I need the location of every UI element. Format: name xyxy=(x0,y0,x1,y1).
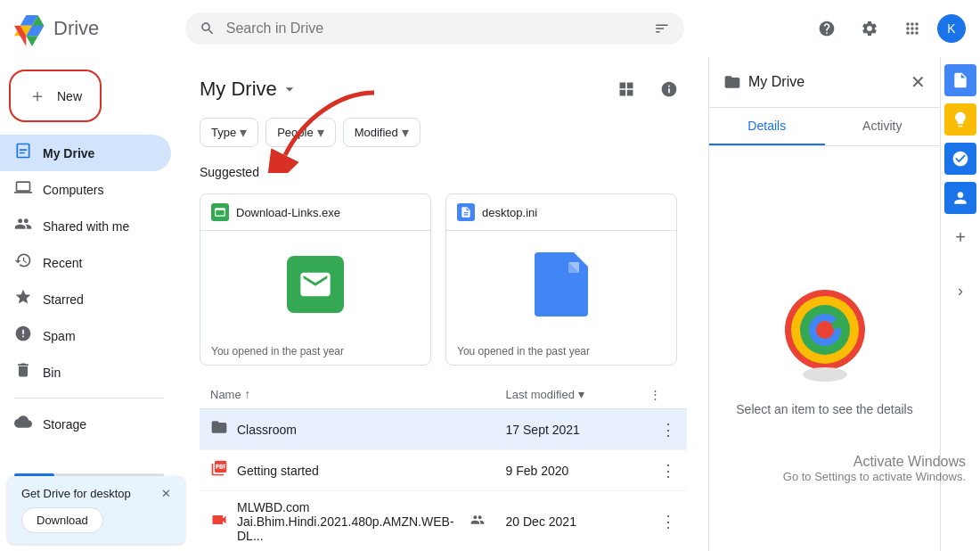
chevron-icon: ▾ xyxy=(240,124,247,141)
right-panel-title: My Drive xyxy=(748,74,911,90)
download-button[interactable]: Download xyxy=(21,507,103,533)
file-name-cell: Classroom xyxy=(200,409,495,450)
panel-illustration xyxy=(772,281,878,388)
side-icon-docs[interactable] xyxy=(944,64,976,96)
card-footer-ini: You opened in the past year xyxy=(446,338,676,365)
modified-filter-chip[interactable]: Modified ▾ xyxy=(343,118,421,147)
sidebar-item-label: Spam xyxy=(43,329,76,343)
side-icon-contacts[interactable] xyxy=(944,182,976,214)
right-panel: My Drive ✕ Details Activity xyxy=(708,57,940,551)
content-header: My Drive xyxy=(178,57,708,114)
sidebar-item-label: Starred xyxy=(43,292,84,307)
search-bar[interactable] xyxy=(185,12,684,45)
more-options-header-icon[interactable]: ⋮ xyxy=(649,388,661,401)
file-name-wrapper: MLWBD.com Jai.Bhim.Hindi.2021.480p.AMZN.… xyxy=(210,500,485,543)
side-icon-keep[interactable] xyxy=(944,103,976,136)
exe-file-name: Download-Links.exe xyxy=(236,206,340,219)
sidebar-item-label: My Drive xyxy=(43,146,94,160)
drive-title[interactable]: My Drive xyxy=(200,78,298,101)
content-area: My Drive Type ▾ People ▾ M xyxy=(178,57,708,551)
suggested-card-exe[interactable]: Download-Links.exe You opened in the pas… xyxy=(200,193,431,366)
new-button[interactable]: ＋ New xyxy=(11,71,100,120)
file-name-cell: MLWBD.com Jai.Bhim.Hindi.2021.480p.AMZN.… xyxy=(200,491,495,552)
actions-cell: ⋮ xyxy=(639,491,687,552)
sidebar-item-my-drive[interactable]: My Drive xyxy=(0,135,171,171)
bin-icon xyxy=(14,361,32,383)
name-col-header[interactable]: Name ↑ xyxy=(200,380,495,409)
ini-file-icon xyxy=(457,203,475,221)
file-name-wrapper: Classroom xyxy=(210,418,485,440)
side-icon-add[interactable]: + xyxy=(944,221,976,253)
suggested-card-ini[interactable]: desktop.ini You opened in the past year xyxy=(445,193,677,366)
notif-close-icon[interactable]: ✕ xyxy=(161,487,171,500)
grid-view-button[interactable] xyxy=(608,71,644,107)
notif-header: Get Drive for desktop ✕ xyxy=(21,487,171,500)
pdf-icon xyxy=(210,459,228,481)
recent-icon xyxy=(14,251,32,274)
sidebar-item-recent[interactable]: Recent xyxy=(0,244,171,281)
sidebar-item-shared[interactable]: Shared with me xyxy=(0,208,171,244)
avatar[interactable]: K xyxy=(937,14,966,43)
logo-text: Drive xyxy=(53,17,99,40)
ini-file-name: desktop.ini xyxy=(482,206,537,219)
help-button[interactable] xyxy=(809,11,845,46)
svg-point-8 xyxy=(816,321,834,339)
sort-descending-icon[interactable]: ▾ xyxy=(578,387,584,401)
row-more-icon[interactable]: ⋮ xyxy=(660,462,676,480)
plus-icon: ＋ xyxy=(29,84,46,108)
tab-activity[interactable]: Activity xyxy=(825,108,941,145)
name-col-label: Name xyxy=(210,388,241,401)
spam-icon xyxy=(14,325,32,347)
drive-logo-icon xyxy=(14,11,50,46)
table-header-row: Name ↑ Last modified ▾ ⋮ xyxy=(200,380,687,409)
card-header-exe: Download-Links.exe xyxy=(200,194,430,231)
files-section: Name ↑ Last modified ▾ ⋮ xyxy=(178,380,708,551)
sidebar-item-label: Computers xyxy=(43,183,103,197)
folder-icon xyxy=(210,418,228,440)
sidebar-item-label: Shared with me xyxy=(43,219,129,234)
sort-ascending-icon[interactable]: ↑ xyxy=(244,387,250,401)
right-panel-header: My Drive ✕ xyxy=(709,57,940,108)
modified-cell: 17 Sept 2021 xyxy=(495,409,639,450)
side-icon-expand[interactable]: › xyxy=(944,275,976,307)
row-more-icon[interactable]: ⋮ xyxy=(660,421,676,439)
storage-icon xyxy=(14,413,32,435)
type-filter-chip[interactable]: Type ▾ xyxy=(200,118,258,147)
sidebar-divider xyxy=(14,398,164,399)
table-row[interactable]: MLWBD.com Jai.Bhim.Hindi.2021.480p.AMZN.… xyxy=(200,491,687,552)
side-icon-tasks[interactable] xyxy=(944,143,976,175)
sidebar-item-bin[interactable]: Bin xyxy=(0,354,171,391)
chevron-icon: ▾ xyxy=(317,124,324,141)
chevron-icon: ▾ xyxy=(402,124,409,141)
sidebar-item-starred[interactable]: Starred xyxy=(0,281,171,317)
tasks-icon xyxy=(951,150,969,168)
tab-details[interactable]: Details xyxy=(709,108,825,145)
people-filter-chip[interactable]: People ▾ xyxy=(265,118,335,147)
suggested-label: Suggested xyxy=(178,158,708,186)
sidebar-item-label: Bin xyxy=(43,366,61,380)
filter-icon[interactable] xyxy=(654,20,670,37)
table-row[interactable]: Classroom 17 Sept 2021 ⋮ xyxy=(200,409,687,450)
actions-col-header: ⋮ xyxy=(639,380,687,409)
ini-icon-wrapper xyxy=(535,252,588,317)
my-drive-panel-icon xyxy=(723,73,741,91)
filter-row: Type ▾ People ▾ Modified ▾ xyxy=(178,114,708,158)
sidebar-item-storage[interactable]: Storage xyxy=(0,406,171,442)
sidebar-item-computers[interactable]: Computers xyxy=(0,171,171,208)
sidebar: ＋ New My Drive Computers Shared with me xyxy=(0,57,178,551)
people-filter-label: People xyxy=(277,126,313,139)
topbar: Drive K xyxy=(0,0,980,57)
sidebar-item-label: Recent xyxy=(43,256,82,270)
row-more-icon[interactable]: ⋮ xyxy=(660,513,676,530)
table-row[interactable]: Getting started 9 Feb 2020 ⋮ xyxy=(200,450,687,491)
modified-col-header[interactable]: Last modified ▾ xyxy=(495,380,639,409)
sidebar-item-label: Storage xyxy=(43,417,86,432)
settings-button[interactable] xyxy=(852,11,887,46)
file-name-cell: Getting started xyxy=(200,450,495,491)
panel-close-button[interactable]: ✕ xyxy=(911,71,926,93)
info-button[interactable] xyxy=(651,71,687,107)
sidebar-item-spam[interactable]: Spam xyxy=(0,317,171,354)
modified-col-label: Last modified xyxy=(506,388,575,401)
search-input[interactable] xyxy=(226,21,644,37)
apps-button[interactable] xyxy=(894,11,930,46)
